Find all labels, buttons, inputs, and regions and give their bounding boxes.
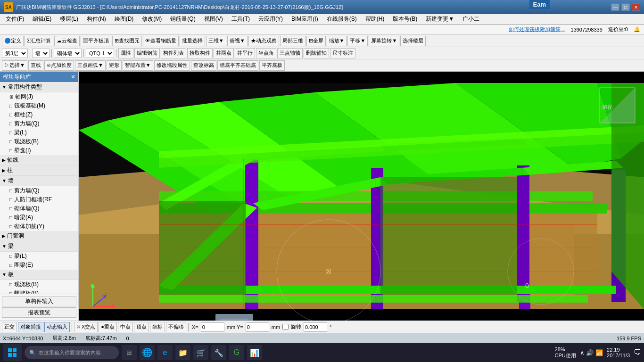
menu-item-t[interactable]: 工具(T) (228, 14, 254, 24)
layer-select[interactable]: 第3层 (2, 49, 28, 58)
single-element-button[interactable]: 单构件输入 (2, 296, 76, 306)
toolbar2-btn[interactable]: 井两点 (214, 48, 234, 58)
toolbar1-btn-[interactable]: ▤平齐板顶 (81, 36, 111, 46)
toolbar1-btn-[interactable]: Σ汇总计算 (25, 36, 53, 46)
minimize-button[interactable]: — (611, 3, 619, 11)
sidebar-tree-item[interactable]: □暗梁(A) (0, 213, 78, 222)
sidebar-tree-item[interactable]: □梁(L) (0, 252, 78, 261)
toolbar3-btn[interactable]: 墙底平齐基础底 (217, 60, 258, 71)
sidebar-tree-item[interactable]: □砌体加筋(Y) (0, 222, 78, 231)
taskbar-folder-icon[interactable]: 📁 (175, 345, 190, 360)
taskbar-search[interactable]: 🔍 在这里输入你要搜索的内容 (25, 346, 119, 359)
sidebar-section-header[interactable]: ▶柱 (0, 165, 78, 176)
toolbar1-btn-[interactable]: 🔵定义 (2, 36, 24, 46)
x-input[interactable] (201, 322, 224, 332)
taskbar-app3-icon[interactable]: 📊 (247, 345, 262, 360)
toolbar1-btn-[interactable]: ⊞全屏 (306, 36, 326, 46)
sidebar-section-header[interactable]: ▶门窗洞 (0, 231, 78, 241)
sidebar-tree-item[interactable]: □现浇板(B) (0, 137, 78, 146)
toolbar2-btn[interactable]: 三点辅轴 (277, 48, 303, 58)
taskbar-ie-icon[interactable]: 🌐 (140, 345, 155, 360)
taskbar-task-view[interactable]: ⊞ (122, 345, 137, 360)
toolbar1-btn-[interactable]: ☁云检查 (54, 36, 80, 46)
sidebar-tree-item[interactable]: □人防门框墙(RF (0, 195, 78, 204)
toolbar1-btn-[interactable]: 批量选择 (180, 36, 205, 46)
sidebar-tree-item[interactable]: □螺旋板(B) (0, 289, 78, 294)
menu-item-l[interactable]: 楼层(L) (56, 14, 82, 24)
toolbar3-btn[interactable]: ⊙点加长度 (44, 60, 74, 71)
maximize-button[interactable]: □ (621, 3, 630, 11)
sidebar-tree-item[interactable]: □壁龛(I) (0, 146, 78, 155)
toolbar3-btn[interactable]: 智能布置▼ (123, 60, 153, 71)
menu-item-h[interactable]: 帮助(H) (362, 14, 388, 24)
toolbar1-btn-[interactable]: 三维▼ (206, 36, 226, 46)
toolbar2-btn[interactable]: 井平行 (235, 48, 255, 58)
sidebar-tree-item[interactable]: □砌体墙(Q) (0, 204, 78, 213)
taskbar-store-icon[interactable]: 🛒 (193, 345, 208, 360)
menu-item-d[interactable]: 绘图(D) (111, 14, 138, 24)
vertex-button[interactable]: 顶点 (134, 322, 149, 332)
sidebar-tree-item[interactable]: □圈梁(E) (0, 261, 78, 270)
menu-item-q[interactable]: 钢筋量(Q) (166, 14, 199, 24)
sidebar-tree-item[interactable]: □框柱(Z) (0, 110, 78, 119)
sidebar-close-icon[interactable]: ✕ (71, 74, 75, 80)
toolbar1-btn-[interactable]: 平移▼ (347, 36, 368, 46)
sidebar-section-header[interactable]: ▼梁 (0, 241, 78, 252)
sidebar-section-header[interactable]: ▼常用构件类型 (0, 82, 78, 92)
taskbar-app1-icon[interactable]: 🔧 (211, 345, 226, 360)
endpoint-button[interactable]: ●重点 (99, 322, 117, 332)
material-select[interactable]: 砌体墙 (54, 49, 82, 58)
start-button[interactable] (3, 344, 22, 361)
y-input[interactable] (246, 322, 269, 332)
menu-item-s[interactable]: 在线服务(S) (323, 14, 361, 24)
toolbar3-btn[interactable]: 修改墙段属性 (154, 60, 190, 71)
menu-item-b[interactable]: 版本号(B) (389, 14, 421, 24)
type-select[interactable]: 墙 (32, 49, 50, 58)
menu-item-[interactable]: 新建变更▼ (422, 14, 458, 24)
sidebar-section-header[interactable]: ▼板 (0, 270, 78, 280)
sidebar-section-header[interactable]: ▼墙 (0, 176, 78, 186)
rotate-input[interactable] (304, 322, 327, 332)
toolbar2-btn[interactable]: 拾取构件 (187, 48, 213, 58)
menu-item-[interactable]: 广小二 (459, 14, 483, 24)
sidebar-tree-item[interactable]: ⊞轴网(J) (0, 92, 78, 101)
toolbar3-btn[interactable]: 直线 (28, 60, 43, 71)
toolbar2-btn[interactable]: 尺寸标注 (330, 48, 355, 58)
toolbar3-btn[interactable]: ▷选择▼ (2, 60, 27, 71)
midpoint-button[interactable]: 中点 (118, 322, 133, 332)
toolbar2-btn[interactable]: 删除辅轴 (304, 48, 329, 58)
menu-item-v[interactable]: 视图(V) (200, 14, 227, 24)
toolbar1-btn-[interactable]: 屏幕旋转▼ (369, 36, 399, 46)
menu-item-e[interactable]: 编辑(E) (29, 14, 55, 24)
taskbar-app2-icon[interactable]: G (229, 345, 244, 360)
toolbar2-btn[interactable]: 属性 (118, 48, 133, 58)
viewport-3d[interactable]: 0 俯视 X Z Y (79, 72, 644, 321)
menu-item-n[interactable]: 构件(N) (83, 14, 110, 24)
menu-item-f[interactable]: 文件(F) (2, 14, 28, 24)
dynamic-input-button[interactable]: 动态输入 (44, 322, 70, 332)
toolbar2-btn[interactable]: 编辑钢筋 (134, 48, 160, 58)
toolbar2-btn[interactable]: 构件列表 (161, 48, 186, 58)
menu-item-bimi[interactable]: BIM应用(I) (288, 14, 322, 24)
info-link[interactable]: 如何处理筏板附加箍筋... (509, 26, 565, 33)
menu-item-y[interactable]: 云应用(Y) (255, 14, 287, 24)
sidebar-tree-item[interactable]: □梁(L) (0, 128, 78, 137)
no-offset-button[interactable]: 不偏移 (166, 322, 186, 332)
rotate-checkbox[interactable] (282, 324, 289, 330)
element-select[interactable]: QTQ-1 (86, 49, 114, 58)
snap-button[interactable]: 对象捕捉 (18, 322, 43, 332)
taskbar-edge-icon[interactable]: e (157, 345, 173, 360)
toolbar1-btn-[interactable]: 👁查看钢筋量 (143, 36, 179, 46)
toolbar3-btn[interactable]: 三点画弧▼ (75, 60, 106, 71)
toolbar1-btn-[interactable]: ⊞查找图元 (112, 36, 142, 46)
orthographic-button[interactable]: 正交 (2, 322, 17, 332)
taskbar-notification[interactable]: 🗨 (634, 348, 641, 357)
sidebar-tree-item[interactable]: □剪力墙(Q) (0, 186, 78, 195)
toolbar3-btn[interactable]: 查改标高 (191, 60, 216, 71)
toolbar3-btn[interactable]: 平齐底板 (259, 60, 285, 71)
sidebar-tree-item[interactable]: □剪力墙(Q) (0, 119, 78, 128)
menu-item-m[interactable]: 修改(M) (138, 14, 165, 24)
toolbar1-btn-[interactable]: 缩放▼ (327, 36, 347, 46)
sidebar-tree-item[interactable]: □现浇板(B) (0, 280, 78, 289)
report-preview-button[interactable]: 报表预览 (2, 307, 76, 318)
